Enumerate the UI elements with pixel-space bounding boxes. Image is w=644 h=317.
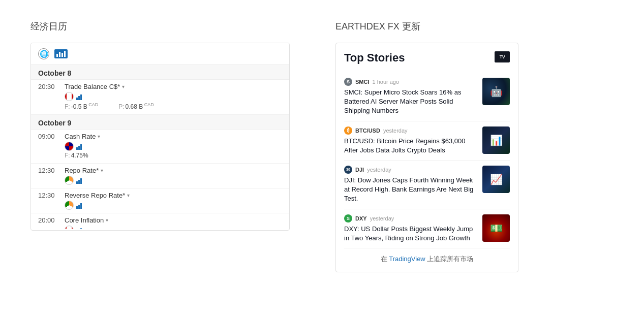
news-time: 1 hour ago: [373, 79, 400, 85]
right-section-title: EARTHDEX FX 更新: [335, 20, 614, 33]
event-values: F:4.75%: [38, 152, 282, 159]
date-header-oct9: October 9: [31, 115, 289, 130]
calendar-header: 🌐: [31, 43, 289, 65]
news-headline: DJI: Dow Jones Caps Fourth Winning Week …: [344, 176, 476, 204]
calendar-widget: 🌐 October 8 20:30 Trade Balance C$* ▾: [30, 43, 290, 231]
news-item-dji[interactable]: 30 DJI yesterday DJI: Dow Jones Caps Fou…: [344, 161, 510, 209]
news-widget-title: Top Stories: [344, 51, 405, 65]
news-meta: 30 DJI yesterday: [344, 166, 476, 174]
news-ticker: DJI: [355, 167, 364, 173]
news-meta: ₿ BTC/USD yesterday: [344, 126, 476, 135]
flag-in: [65, 176, 74, 185]
news-content: 30 DJI yesterday DJI: Dow Jones Caps Fou…: [344, 166, 476, 204]
avatar-smci: S: [344, 78, 352, 86]
flag-in: [65, 201, 74, 210]
news-headline: SMCI: Super Micro Stock Soars 16% as Bat…: [344, 88, 476, 116]
news-time: yesterday: [383, 128, 408, 134]
news-item-dxy[interactable]: S DXY yesterday DXY: US Dollar Posts Big…: [344, 209, 510, 248]
event-name[interactable]: Trade Balance C$* ▾: [65, 83, 125, 90]
news-ticker: DXY: [355, 215, 367, 221]
event-values: F:-0.5 B CAD P:0.68 B CAD: [38, 102, 282, 110]
news-meta: S DXY yesterday: [344, 214, 476, 223]
news-time: yesterday: [370, 215, 394, 221]
previous-val: P:0.68 B CAD: [118, 102, 154, 110]
news-thumb-dji: 📈: [482, 166, 510, 193]
avatar-btc: ₿: [344, 126, 352, 135]
event-name[interactable]: Repo Rate* ▾: [65, 167, 103, 174]
news-content: S SMCI 1 hour ago SMCI: Super Micro Stoc…: [344, 78, 476, 116]
forecast-val: F:-0.5 B CAD: [65, 102, 98, 110]
event-time: 20:00: [38, 216, 59, 224]
globe-icon[interactable]: 🌐: [38, 48, 49, 59]
avatar-dxy: S: [344, 214, 352, 223]
news-widget-header: Top Stories TV: [344, 51, 510, 65]
news-time: yesterday: [367, 167, 391, 173]
news-thumb-btc: 📊: [482, 126, 510, 154]
event-trade-balance: 20:30 Trade Balance C$* ▾: [31, 80, 289, 115]
event-name[interactable]: Core Inflation ▾: [65, 216, 108, 224]
right-panel: EARTHDEX FX 更新 Top Stories TV S SMCI 1 h…: [335, 20, 614, 272]
event-repo-rate: 12:30 Repo Rate* ▾: [31, 164, 289, 188]
avatar-dji: 30: [344, 166, 352, 174]
news-headline: BTC/USD: Bitcoin Price Regains $63,000 A…: [344, 137, 476, 155]
news-ticker: SMCI: [355, 79, 370, 85]
impact-bar: [76, 202, 82, 209]
event-time: 20:30: [38, 83, 59, 90]
event-time: 09:00: [38, 133, 59, 140]
left-section-title: 经济日历: [30, 20, 295, 33]
chevron-icon: ▾: [106, 217, 108, 223]
impact-bar: [76, 177, 82, 184]
event-core-inflation: 20:00 Core Inflation ▾: [31, 213, 289, 229]
tv-logo: TV: [495, 51, 510, 62]
impact-bar: [76, 93, 82, 100]
flag-ca: [65, 226, 74, 229]
tradingview-link[interactable]: TradingView: [389, 255, 425, 263]
news-ticker: BTC/USD: [355, 128, 380, 134]
tradingview-footer: 在 TradingView 上追踪所有市场: [344, 255, 510, 264]
news-content: ₿ BTC/USD yesterday BTC/USD: Bitcoin Pri…: [344, 126, 476, 155]
chevron-icon: ▾: [98, 134, 100, 139]
calendar-scroll[interactable]: October 8 20:30 Trade Balance C$* ▾: [31, 65, 289, 229]
event-time: 12:30: [38, 167, 59, 174]
chevron-icon: ▾: [122, 84, 125, 89]
event-name[interactable]: Reverse Repo Rate* ▾: [65, 192, 130, 199]
news-thumb-smci: 🤖: [482, 78, 510, 105]
forecast-val: F:4.75%: [65, 152, 88, 159]
news-content: S DXY yesterday DXY: US Dollar Posts Big…: [344, 214, 476, 243]
left-panel: 经济日历 🌐 October 8 20:30 Trade Balance C$*: [30, 20, 295, 231]
chevron-icon: ▾: [101, 168, 103, 173]
news-item-smci[interactable]: S SMCI 1 hour ago SMCI: Super Micro Stoc…: [344, 73, 510, 121]
event-cash-rate: 09:00 Cash Rate ▾ F:4.7: [31, 130, 289, 164]
chevron-icon: ▾: [127, 193, 130, 198]
impact-bar: [76, 143, 82, 150]
event-reverse-repo-rate: 12:30 Reverse Repo Rate* ▾: [31, 188, 289, 213]
flag-ca: [65, 92, 74, 101]
event-name[interactable]: Cash Rate ▾: [65, 133, 100, 140]
flag-au: [65, 142, 74, 151]
news-meta: S SMCI 1 hour ago: [344, 78, 476, 86]
news-widget: Top Stories TV S SMCI 1 hour ago SMCI: S…: [335, 43, 518, 272]
impact-bar: [76, 227, 82, 229]
news-item-btc[interactable]: ₿ BTC/USD yesterday BTC/USD: Bitcoin Pri…: [344, 121, 510, 161]
bar-chart-icon[interactable]: [54, 49, 68, 58]
date-header-oct8: October 8: [31, 65, 289, 80]
event-time: 12:30: [38, 192, 59, 199]
news-thumb-dxy: 💵: [482, 214, 510, 242]
news-headline: DXY: US Dollar Posts Biggest Weekly Jump…: [344, 225, 476, 243]
